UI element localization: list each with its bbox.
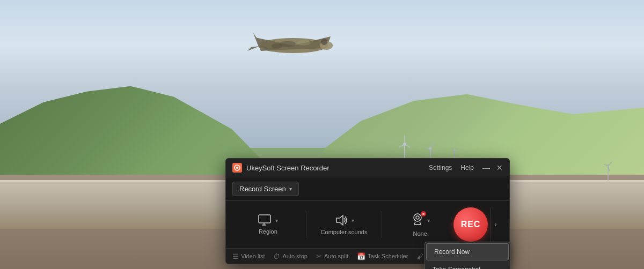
svg-line-19: [431, 150, 434, 155]
video-list-icon: ☰: [232, 252, 239, 260]
rec-section: REC ›: [453, 207, 501, 242]
svg-point-12: [403, 143, 406, 146]
svg-point-22: [453, 149, 456, 151]
svg-point-10: [321, 39, 327, 45]
region-chevron-icon: ▾: [275, 218, 278, 223]
record-screen-tab[interactable]: Record Screen ▾: [232, 182, 299, 196]
webcam-disabled-badge: ✕: [421, 211, 426, 216]
svg-point-9: [272, 43, 282, 49]
svg-line-18: [431, 143, 434, 147]
rec-dropdown-arrow[interactable]: ›: [490, 207, 501, 242]
divider-1: [306, 211, 306, 238]
take-screenshot-item[interactable]: Take Screenshot: [425, 261, 510, 269]
svg-line-15: [399, 145, 403, 149]
record-tab-label: Record Screen: [239, 185, 286, 193]
auto-stop-icon: ⏱: [273, 252, 280, 260]
app-title: UkeySoft Screen Recorder: [246, 164, 330, 172]
svg-point-38: [416, 216, 419, 219]
webcam-icon-group: ✕ ▾: [410, 212, 430, 228]
webcam-control[interactable]: ✕ ▾ None: [386, 212, 453, 237]
video-list-button[interactable]: ☰ Video list: [232, 252, 265, 260]
tab-chevron-icon: ▾: [289, 186, 292, 192]
record-now-item[interactable]: Record Now: [426, 243, 509, 260]
region-control[interactable]: ▾ Region: [235, 214, 302, 235]
brush-tool-icon: 🖌: [416, 252, 423, 260]
svg-rect-33: [259, 215, 270, 223]
tab-bar: Record Screen ▾: [226, 177, 509, 201]
auto-split-label: Auto split: [324, 253, 348, 259]
svg-point-8: [297, 40, 310, 46]
controls-area: ▾ Region ▾ Computer sounds: [226, 201, 509, 248]
task-scheduler-button[interactable]: 📅 Task Scheduler: [357, 252, 408, 260]
svg-line-23: [456, 147, 458, 150]
title-bar-right: Settings Help — ✕: [429, 164, 503, 171]
title-bar-left: UkeySoft Screen Recorder: [232, 163, 330, 173]
sound-control[interactable]: ▾ Computer sounds: [311, 214, 378, 235]
app-icon: [232, 163, 242, 173]
region-label: Region: [259, 228, 277, 235]
svg-point-27: [607, 165, 609, 167]
sound-label: Computer sounds: [321, 229, 368, 235]
webcam-label: None: [413, 230, 427, 237]
rec-label: REC: [461, 220, 481, 229]
sound-icon-group: ▾: [334, 214, 354, 227]
app-window: UkeySoft Screen Recorder Settings Help —…: [225, 158, 510, 264]
svg-line-29: [609, 167, 610, 171]
auto-stop-label: Auto stop: [282, 253, 307, 259]
rec-button[interactable]: REC: [453, 207, 488, 242]
svg-line-14: [406, 145, 410, 149]
rec-dropdown-menu: Record Now Take Screenshot Countdown Rec…: [425, 242, 510, 269]
airplane: [245, 21, 341, 64]
sound-chevron-icon: ▾: [352, 218, 354, 223]
speaker-icon: [334, 214, 349, 227]
window-controls: — ✕: [482, 164, 503, 171]
svg-marker-36: [336, 215, 343, 225]
rec-dropdown-chevron-icon: ›: [495, 221, 497, 228]
close-button[interactable]: ✕: [496, 164, 503, 171]
task-scheduler-icon: 📅: [357, 252, 365, 260]
svg-marker-4: [247, 46, 260, 51]
title-bar: UkeySoft Screen Recorder Settings Help —…: [226, 159, 509, 177]
webcam-icon-container: ✕: [410, 212, 425, 228]
take-screenshot-label: Take Screenshot: [433, 266, 480, 269]
turbine-4: [604, 159, 612, 181]
region-icon-group: ▾: [258, 214, 278, 226]
svg-point-17: [429, 147, 432, 150]
menu-settings[interactable]: Settings: [429, 164, 452, 171]
svg-point-32: [236, 167, 238, 169]
minimize-button[interactable]: —: [482, 164, 490, 171]
menu-help[interactable]: Help: [460, 164, 474, 171]
monitor-icon: [258, 214, 273, 226]
svg-line-25: [451, 147, 453, 150]
svg-line-28: [609, 162, 612, 165]
task-scheduler-label: Task Scheduler: [368, 253, 408, 259]
auto-split-button[interactable]: ✂ Auto split: [316, 252, 348, 260]
record-now-label: Record Now: [434, 248, 470, 256]
auto-split-icon: ✂: [316, 252, 322, 260]
webcam-chevron-icon: ▾: [427, 218, 430, 223]
divider-2: [382, 211, 382, 238]
video-list-label: Video list: [241, 253, 265, 259]
auto-stop-button[interactable]: ⏱ Auto stop: [273, 252, 307, 260]
svg-line-30: [604, 165, 607, 166]
svg-point-37: [414, 214, 421, 221]
